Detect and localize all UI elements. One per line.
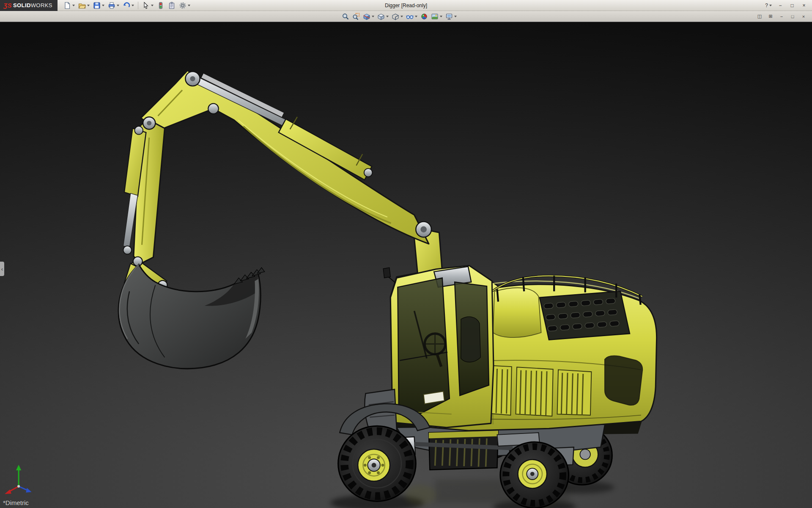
section-view-icon	[363, 13, 370, 20]
select-cursor-icon	[142, 2, 150, 9]
cab[interactable]	[383, 265, 494, 428]
dropdown-arrow-icon	[401, 16, 403, 17]
close-button[interactable]: ×	[798, 1, 809, 10]
dropdown-arrow-icon	[440, 16, 442, 17]
brand-suffix: WORKS	[31, 2, 52, 8]
apply-scene-button[interactable]	[430, 12, 444, 21]
y-axis-arrow	[16, 465, 21, 470]
document-window-controls: ◫ ⊞ − □ ×	[754, 12, 812, 20]
file-properties-button[interactable]	[167, 1, 177, 10]
digger-3d-model[interactable]	[0, 22, 812, 508]
print-icon	[108, 2, 115, 9]
zoom-to-area-icon	[352, 13, 360, 20]
view-settings-icon	[445, 13, 453, 20]
file-properties-icon	[168, 2, 176, 9]
window-title: Digger [Read-only]	[385, 3, 427, 8]
help-glyph: ?	[765, 3, 768, 8]
section-view-button[interactable]	[362, 12, 376, 21]
apply-scene-icon	[431, 13, 439, 20]
doc-minimize-button[interactable]: −	[776, 12, 787, 20]
help-button[interactable]: ?	[763, 1, 774, 10]
undo-icon	[123, 2, 130, 9]
dropdown-arrow-icon	[415, 16, 417, 17]
dropdown-arrow-icon	[386, 16, 389, 17]
rear-recess	[605, 356, 642, 405]
solidworks-window: ƷS SOLIDWORKS	[0, 0, 812, 508]
brand-prefix: SOLID	[13, 2, 31, 8]
hide-show-items-button[interactable]	[405, 12, 419, 21]
boom-arm[interactable]	[123, 71, 447, 290]
dropdown-arrow-icon	[132, 5, 134, 6]
title-bar: ƷS SOLIDWORKS	[0, 0, 812, 11]
graphics-viewport[interactable]: ‹ *Dimetric	[0, 22, 812, 508]
engine-hood	[493, 288, 541, 337]
dropdown-arrow-icon	[102, 5, 104, 6]
mirror	[383, 268, 390, 278]
top-vent-panel	[540, 291, 630, 340]
rebuild-button[interactable]	[156, 1, 166, 10]
new-document-button[interactable]	[62, 1, 76, 10]
dropdown-arrow-icon	[117, 5, 119, 6]
display-style-button[interactable]	[390, 12, 404, 21]
dropdown-arrow-icon	[151, 5, 154, 6]
cylinder-pivot	[364, 168, 373, 177]
dropdown-arrow-icon	[72, 5, 75, 6]
edit-appearance-button[interactable]	[419, 12, 429, 21]
dropdown-arrow-icon	[372, 16, 374, 17]
print-button[interactable]	[107, 1, 121, 10]
view-settings-button[interactable]	[444, 12, 458, 21]
solidworks-logo: ƷS SOLIDWORKS	[0, 0, 58, 11]
maximize-button[interactable]: □	[787, 1, 798, 10]
doc-close-button[interactable]: ×	[798, 12, 809, 20]
window-controls: ? − □ ×	[763, 1, 812, 10]
undo-button[interactable]	[121, 1, 135, 10]
view-toolbar-row: ◫ ⊞ − □ ×	[0, 11, 812, 22]
heads-up-view-toolbar	[340, 12, 458, 21]
bucket[interactable]	[118, 265, 265, 369]
save-icon	[93, 2, 101, 9]
zoom-to-area-button[interactable]	[351, 12, 361, 21]
panel-collapse-tab[interactable]: ‹	[0, 262, 4, 276]
dropdown-arrow-icon	[769, 5, 772, 6]
triad-origin	[17, 485, 20, 488]
open-button[interactable]	[77, 1, 91, 10]
display-style-cube-icon	[392, 13, 399, 20]
main-toolbar	[62, 1, 192, 10]
rear-left-wheel[interactable]	[500, 442, 569, 508]
open-folder-icon	[78, 2, 86, 9]
new-document-icon	[63, 2, 71, 9]
select-button[interactable]	[141, 1, 155, 10]
rebuild-stoplight-icon	[157, 2, 165, 9]
pane-split-button[interactable]: ◫	[754, 12, 765, 20]
dropdown-arrow-icon	[87, 5, 90, 6]
mid-pivot	[208, 104, 218, 114]
hide-show-glasses-icon	[406, 13, 414, 20]
minimize-button[interactable]: −	[775, 1, 786, 10]
doc-restore-button[interactable]: □	[787, 12, 798, 20]
dropdown-arrow-icon	[454, 16, 457, 17]
zoom-to-fit-button[interactable]	[340, 12, 351, 21]
view-orientation-cube-icon	[377, 13, 385, 20]
save-button[interactable]	[92, 1, 106, 10]
pane-grid-button[interactable]: ⊞	[765, 12, 776, 20]
edit-appearance-ball-icon	[420, 13, 428, 20]
toolbar-separator	[138, 2, 138, 9]
orientation-triad[interactable]	[5, 465, 32, 494]
seat	[461, 317, 481, 362]
view-orientation-label: *Dimetric	[3, 499, 29, 506]
dropdown-arrow-icon	[188, 5, 190, 6]
view-orientation-button[interactable]	[376, 12, 390, 21]
z-axis-arrow	[26, 488, 31, 492]
options-gear-icon	[179, 2, 187, 9]
solidworks-logo-icon: ƷS	[3, 2, 12, 9]
zoom-to-fit-icon	[342, 13, 349, 20]
options-button[interactable]	[178, 1, 192, 10]
